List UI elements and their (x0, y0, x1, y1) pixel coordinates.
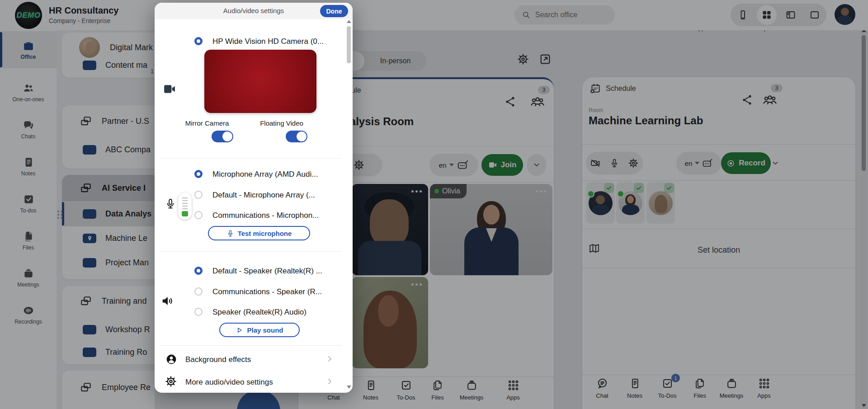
mic-radio[interactable] (194, 191, 203, 199)
speaker-option-1[interactable]: Default - Speaker (Realtek(R) ... (212, 267, 322, 276)
mirror-camera-label: Mirror Camera (179, 119, 235, 127)
speaker-section-icon (161, 294, 175, 308)
scroll-down-arrow[interactable] (347, 385, 351, 389)
scroll-up-arrow[interactable] (347, 20, 351, 23)
scrollbar-thumb[interactable] (347, 26, 351, 63)
speaker-radio-selected[interactable] (194, 267, 203, 275)
more-av-settings-label: More audio/video settings (185, 378, 273, 387)
modal-header: Audio/video settings Done (155, 3, 353, 19)
chevron-right-icon (326, 355, 334, 363)
mic-option-1[interactable]: Microphone Array (AMD Audi... (212, 170, 318, 179)
speaker-radio[interactable] (194, 308, 203, 316)
done-button[interactable]: Done (320, 5, 348, 17)
speaker-option-3[interactable]: Speaker (Realtek(R) Audio) (212, 308, 307, 317)
mic-icon (226, 230, 234, 237)
modal-scrollbar[interactable] (347, 20, 351, 390)
gear-icon (165, 375, 177, 388)
floating-video-toggle[interactable] (286, 131, 307, 142)
person-circle-icon (165, 353, 177, 365)
more-av-settings-row[interactable]: More audio/video settings (155, 371, 346, 391)
mic-radio[interactable] (194, 211, 203, 219)
mic-radio-selected[interactable] (194, 170, 203, 178)
speaker-radio[interactable] (194, 287, 203, 296)
mic-option-3[interactable]: Communications - Microphon... (212, 211, 319, 220)
mic-option-2[interactable]: Default - Microphone Array (... (212, 191, 315, 200)
av-settings-modal: Audio/video settings Done HP Wide Vision… (155, 3, 353, 393)
mic-section-icon (165, 198, 176, 210)
background-effects-row[interactable]: Background effects (155, 349, 346, 370)
camera-preview (204, 50, 316, 113)
app-window: New room Appointments Workspace users DE… (0, 0, 868, 409)
camera-radio-selected[interactable] (194, 37, 203, 45)
play-sound-button[interactable]: Play sound (219, 323, 300, 337)
chevron-right-icon (326, 377, 334, 385)
mic-level-meter (178, 193, 192, 220)
camera-section-icon (162, 82, 177, 96)
speaker-option-2[interactable]: Communications - Speaker (R... (212, 287, 322, 296)
camera-device-option[interactable]: HP Wide Vision HD Camera (0... (212, 37, 324, 46)
test-microphone-button[interactable]: Test microphone (208, 226, 310, 240)
mirror-camera-toggle[interactable] (212, 131, 233, 142)
floating-video-label: Floating Video (254, 119, 309, 127)
play-icon (236, 326, 243, 334)
background-effects-label: Background effects (185, 355, 251, 364)
modal-backdrop[interactable] (0, 0, 868, 409)
